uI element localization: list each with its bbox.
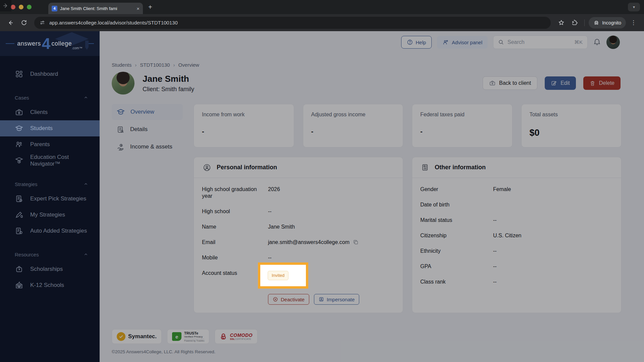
row-value: -- (493, 217, 613, 224)
help-label: Help (416, 40, 426, 45)
impersonate-label: Impersonate (327, 297, 355, 302)
browser-menu-icon[interactable]: ⋮ (628, 17, 639, 28)
row-label: Mobile (202, 254, 268, 261)
page-subtitle: Client: Smith family (143, 86, 194, 93)
sidebar-item-my-strategies[interactable]: My Strategies (0, 207, 100, 223)
deactivate-button[interactable]: Deactivate (268, 294, 309, 305)
url-bar[interactable]: app.answers4college.local/advisor/studen… (34, 17, 551, 29)
row-value: Jane Smith (268, 224, 395, 230)
edit-button[interactable]: Edit (545, 76, 576, 90)
sidebar-item-education-cost-navigator[interactable]: Education Cost Navigator™ (0, 153, 100, 169)
student-subnav: Overview Details Income & assets (112, 104, 183, 313)
chevron-up-icon (84, 252, 88, 257)
tab-details[interactable]: Details (112, 121, 183, 137)
personal-information-panel: Personal information High school graduat… (194, 157, 403, 313)
sidebar-item-clients[interactable]: Clients (0, 104, 100, 120)
browser-tab[interactable]: 4 Jane Smith Client: Smith fami × (48, 3, 143, 14)
page-title: Jane Smith (143, 74, 194, 84)
tab-label: Details (130, 126, 148, 133)
row-value: U.S. Citizen (493, 232, 613, 239)
sidebar-item-students[interactable]: Students (0, 120, 100, 136)
sidebar-section-strategies[interactable]: Strategies (0, 177, 100, 191)
graduation-cap-icon (116, 108, 125, 116)
chevron-up-icon (84, 95, 88, 100)
row-label: Class rank (420, 279, 493, 285)
user-avatar[interactable] (606, 36, 620, 49)
reload-icon[interactable] (18, 17, 30, 28)
info-row: Name Jane Smith (202, 224, 395, 230)
advisor-panel-button[interactable]: Advisor panel (437, 36, 488, 49)
row-value: Female (493, 186, 613, 193)
search-input[interactable] (507, 39, 571, 45)
tab-label: Overview (130, 109, 154, 115)
document-icon (116, 125, 125, 134)
extensions-icon[interactable] (569, 17, 580, 28)
sidebar-item-label: Dashboard (30, 71, 58, 77)
impersonate-button[interactable]: Impersonate (314, 294, 359, 305)
minimize-window-button[interactable] (19, 5, 23, 9)
stat-total-assets: Total assets $0 (521, 104, 622, 147)
breadcrumb: Students › STDT100130 › Overview (112, 62, 621, 68)
browser-tab-bar: 4 Jane Smith Client: Smith fami × + ▾ (0, 0, 644, 14)
bookmark-star-icon[interactable] (555, 17, 567, 28)
zoom-window-button[interactable] (27, 5, 32, 9)
row-label: Citizenship (420, 232, 493, 239)
sidebar-section-cases[interactable]: Cases (0, 91, 100, 104)
close-window-button[interactable] (11, 5, 15, 9)
back-icon[interactable] (5, 17, 16, 28)
row-label: Email (202, 239, 268, 246)
search-icon (498, 39, 504, 45)
tab-overview[interactable]: Overview (112, 104, 183, 120)
school-building-icon (15, 281, 23, 290)
sidebar-item-scholarships[interactable]: Scholarships (0, 261, 100, 277)
symantec-label: Symantec. (128, 333, 157, 340)
tab-close-icon[interactable]: × (137, 6, 140, 11)
breadcrumb-overview[interactable]: Overview (178, 62, 199, 68)
tab-search-chevron-icon[interactable]: ▾ (628, 3, 640, 11)
row-value: -- (493, 263, 613, 270)
sidebar-item-expert-pick-strategies[interactable]: Expert Pick Strategies (0, 191, 100, 207)
tab-income-assets[interactable]: Income & assets (112, 139, 183, 155)
search-shortcut: ⌘K (574, 39, 583, 45)
sidebar-section-resources[interactable]: Resources (0, 248, 100, 261)
sidebar-item-dashboard[interactable]: Dashboard (0, 66, 100, 82)
sidebar-item-parents[interactable]: Parents (0, 136, 100, 153)
info-row: Date of birth (420, 201, 613, 208)
section-label: Strategies (15, 181, 38, 187)
student-avatar (112, 72, 135, 95)
graduation-cap-icon (15, 124, 23, 133)
briefcase-icon (489, 80, 496, 86)
traffic-lights (11, 5, 32, 9)
person-circle-icon (203, 163, 211, 172)
help-button[interactable]: Help (401, 36, 432, 49)
help-icon (407, 39, 413, 45)
back-to-client-button[interactable]: Back to client (483, 76, 537, 90)
copy-icon[interactable] (353, 239, 359, 245)
new-tab-icon[interactable]: + (148, 3, 152, 11)
row-label: High school (202, 208, 268, 215)
doc-gear-icon (15, 227, 23, 235)
sidebar-item-auto-added-strategies[interactable]: Auto Added Strategies (0, 223, 100, 239)
stat-adjusted-gross-income: Adjusted gross income - (303, 104, 404, 147)
delete-button[interactable]: Delete (583, 76, 621, 90)
app-topbar: Help Advisor panel ⌘K (100, 31, 644, 53)
sidebar-nav: Dashboard Cases Clients Students Parents (0, 56, 100, 293)
breadcrumb-students[interactable]: Students (112, 62, 131, 68)
breadcrumb-student-id[interactable]: STDT100130 (140, 62, 170, 68)
breadcrumb-sep-icon: › (135, 62, 137, 68)
row-value (493, 201, 613, 208)
site-settings-icon[interactable] (40, 20, 45, 25)
notifications-bell-icon[interactable] (593, 38, 601, 47)
edit-label: Edit (560, 80, 570, 86)
sidebar-item-label: Education Cost Navigator™ (30, 154, 100, 167)
sidebar-item-label: Scholarships (30, 266, 63, 273)
sidebar-item-k12-schools[interactable]: K-12 Schools (0, 277, 100, 293)
search-box[interactable]: ⌘K (493, 36, 588, 49)
truste-line3: Powered by TrustArc (184, 339, 204, 342)
main-content: Help Advisor panel ⌘K S (100, 31, 644, 362)
money-bag-icon (15, 265, 23, 274)
url-text[interactable]: app.answers4college.local/advisor/studen… (49, 20, 178, 25)
logo-line-left (6, 43, 14, 44)
panel-title: Personal information (217, 164, 277, 171)
app-logo[interactable]: answers 4 college .com™ (0, 31, 100, 56)
